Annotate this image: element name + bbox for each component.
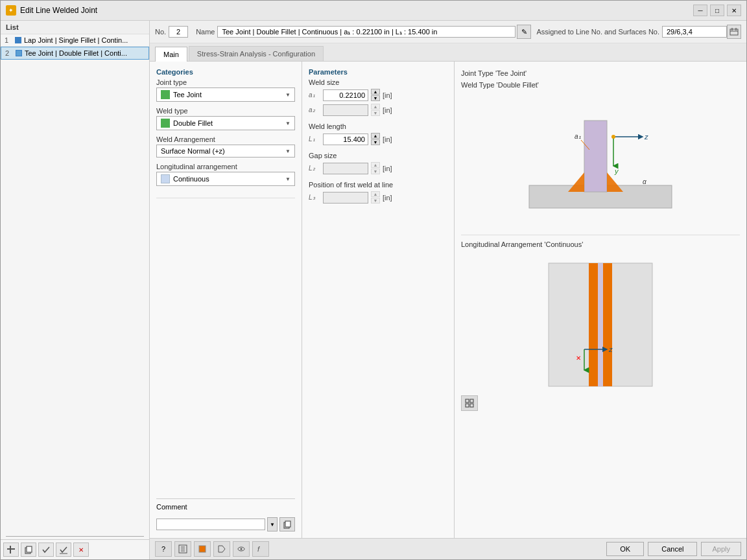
a2-label: a₂ — [309, 106, 320, 113]
svg-rect-33 — [466, 404, 469, 407]
parameters-column: Parameters Weld size a₁ ▲ ▼ [in] — [302, 62, 455, 538]
list-item[interactable]: 1 Lap Joint | Single Fillet | Contin... — [1, 34, 149, 47]
weld-type-color — [161, 119, 170, 128]
ok-button[interactable]: OK — [606, 542, 644, 556]
svg-rect-26 — [598, 263, 603, 386]
weld-type-value: Double Fillet — [173, 119, 213, 127]
minimize-button[interactable]: ─ — [693, 5, 707, 16]
comment-dropdown-button[interactable]: ▼ — [267, 517, 278, 531]
app-icon: ✦ — [6, 5, 16, 16]
l3-increment-button: ▲ — [371, 191, 380, 197]
eye-button[interactable] — [233, 541, 250, 557]
chevron-down-icon2: ▼ — [285, 121, 290, 126]
a1-decrement-button[interactable]: ▼ — [371, 95, 380, 101]
chevron-down-icon3: ▼ — [285, 148, 290, 154]
weld-type-select[interactable]: Double Fillet ▼ — [156, 116, 295, 130]
weld-type-label: Weld type — [156, 107, 295, 115]
svg-marker-40 — [219, 546, 225, 552]
l2-unit: [in] — [383, 165, 392, 172]
cancel-button[interactable]: Cancel — [648, 542, 697, 556]
a1-unit: [in] — [383, 91, 392, 99]
list-item[interactable]: 2 Tee Joint | Double Fillet | Conti... — [1, 47, 149, 60]
joint-type-field: Joint type Tee Joint ▼ — [156, 78, 295, 102]
svg-text:z: z — [608, 345, 613, 353]
title-bar: ✦ Edit Line Welded Joint ─ □ ✕ — [1, 1, 746, 21]
l1-unit: [in] — [383, 135, 392, 143]
list-item-icon — [16, 50, 22, 56]
assigned-input[interactable] — [662, 26, 727, 38]
longitudinal-label: Longitudinal arrangement — [156, 163, 295, 170]
name-input[interactable] — [217, 26, 516, 38]
l1-decrement-button[interactable]: ▼ — [371, 139, 380, 145]
l3-label: L₃ — [309, 194, 320, 201]
comment-copy-button[interactable] — [279, 517, 295, 531]
chevron-down-icon: ▼ — [285, 92, 290, 98]
color-button[interactable] — [194, 541, 211, 557]
l1-increment-button[interactable]: ▲ — [371, 133, 380, 139]
svg-rect-25 — [603, 263, 612, 386]
assigned-picker-button[interactable] — [727, 25, 741, 39]
weld-type-field: Weld type Double Fillet ▼ — [156, 107, 295, 130]
tab-bar: Main Stress-Strain Analysis - Configurat… — [150, 43, 746, 62]
joint-type-label: Joint type — [156, 78, 295, 86]
weld-length-label: Weld length — [309, 122, 447, 130]
copy-item-button[interactable] — [21, 542, 36, 557]
svg-text:✕: ✕ — [576, 355, 581, 362]
a1-input[interactable] — [323, 89, 368, 101]
l2-input — [323, 163, 368, 174]
longitudinal-color — [161, 174, 170, 183]
svg-marker-14 — [607, 172, 623, 192]
longitudinal-arrangement-label: Longitudinal Arrangement 'Continuous' — [461, 240, 740, 248]
maximize-button[interactable]: □ — [710, 5, 724, 16]
close-button[interactable]: ✕ — [727, 5, 741, 16]
tee-joint-diagram: z y a₁ α — [461, 96, 740, 229]
longitudinal-arrangement-section: Longitudinal Arrangement 'Continuous' — [461, 235, 740, 531]
info-button[interactable] — [174, 541, 191, 557]
assigned-label: Assigned to Line No. and Surfaces No. — [536, 28, 659, 36]
svg-text:f: f — [257, 545, 260, 553]
list-items: 1 Lap Joint | Single Fillet | Contin... … — [1, 34, 149, 533]
check-button[interactable] — [38, 542, 54, 557]
viz-settings-button[interactable] — [461, 395, 478, 411]
tab-stress-strain[interactable]: Stress-Strain Analysis - Configuration — [189, 46, 324, 61]
weld-arrangement-select[interactable]: Surface Normal (+z) ▼ — [156, 145, 295, 158]
svg-rect-39 — [199, 546, 206, 552]
l2-increment-button: ▲ — [371, 162, 380, 168]
a2-increment-button: ▲ — [371, 104, 380, 110]
gap-size-section: Gap size L₂ ▲ ▼ [in] — [309, 152, 447, 174]
apply-button[interactable]: Apply — [701, 542, 741, 556]
footer-tools: ? f — [155, 541, 269, 557]
function-button[interactable]: f — [252, 541, 269, 557]
help-button[interactable]: ? — [155, 541, 172, 557]
top-fields: No. 2 Name ✎ Assigned to Line No. and Su… — [150, 21, 746, 43]
svg-rect-31 — [466, 399, 469, 402]
l1-input[interactable] — [323, 134, 368, 145]
check2-button[interactable] — [56, 542, 71, 557]
footer-actions: OK Cancel Apply — [606, 542, 741, 556]
list-item-text: Lap Joint | Single Fillet | Contin... — [24, 36, 128, 44]
svg-point-22 — [611, 135, 615, 139]
tag-button[interactable] — [213, 541, 230, 557]
joint-type-select[interactable]: Tee Joint ▼ — [156, 88, 295, 102]
comment-input[interactable] — [156, 519, 265, 530]
svg-marker-13 — [568, 172, 584, 192]
edit-name-button[interactable]: ✎ — [517, 25, 531, 39]
tab-main[interactable]: Main — [155, 47, 187, 62]
new-item-button[interactable] — [3, 542, 19, 557]
svg-point-42 — [241, 548, 243, 550]
name-label: Name — [196, 28, 215, 36]
l2-decrement-button: ▼ — [371, 169, 380, 174]
position-label: Position of first weld at line — [309, 181, 447, 189]
l3-unit: [in] — [383, 194, 392, 202]
svg-rect-32 — [470, 399, 473, 402]
a1-increment-button[interactable]: ▲ — [371, 89, 380, 95]
longitudinal-select[interactable]: Continuous ▼ — [156, 172, 295, 186]
delete-item-button[interactable]: ✕ — [73, 542, 89, 557]
visualization-column: Joint Type 'Tee Joint' Weld Type 'Double… — [455, 62, 746, 538]
weld-size-section: Weld size a₁ ▲ ▼ [in] a₂ — [309, 78, 447, 116]
svg-text:y: y — [614, 167, 619, 175]
a2-decrement-button: ▼ — [371, 110, 380, 116]
weld-length-section: Weld length L₁ ▲ ▼ [in] — [309, 122, 447, 145]
footer: ? f — [150, 538, 746, 559]
chevron-down-icon4: ▼ — [285, 176, 290, 182]
